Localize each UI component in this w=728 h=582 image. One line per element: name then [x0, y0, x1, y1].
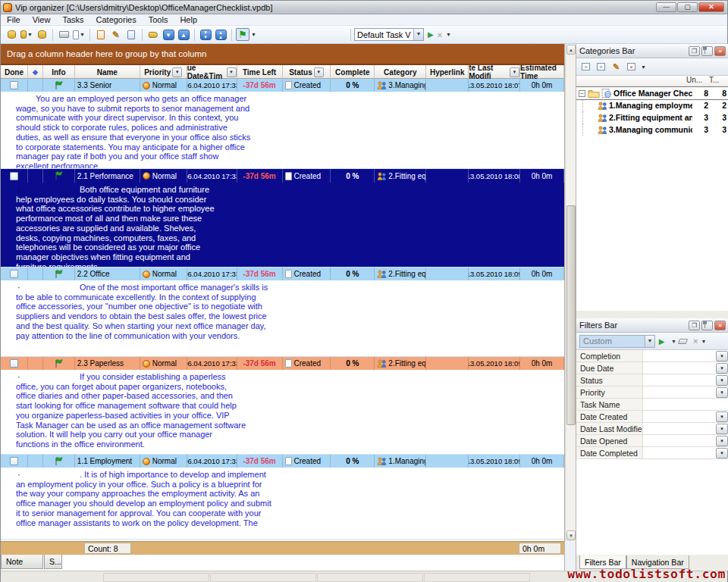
done-checkbox[interactable]: [10, 81, 18, 89]
filter-value[interactable]: [643, 350, 715, 361]
filter-dropdown[interactable]: ▼: [716, 436, 728, 446]
apply-view-icon[interactable]: ▶: [428, 30, 434, 39]
print-preview-button[interactable]: ▼: [72, 28, 86, 41]
cancel-filter-icon[interactable]: ×: [693, 336, 698, 346]
expand-all-button[interactable]: ▼▼: [199, 28, 212, 41]
chevron-down-icon[interactable]: ▼: [446, 32, 451, 37]
chevron-down-icon[interactable]: ▼: [645, 336, 654, 347]
panel-pin-button[interactable]: [701, 46, 713, 56]
edit-task-button[interactable]: ✎: [109, 28, 123, 41]
task-view-combobox[interactable]: Default Task V ▼: [354, 28, 424, 41]
task-row[interactable]: 2.3 PaperlessNormal06.04.2010 17:33-37d …: [1, 357, 564, 370]
task-description[interactable]: ·If you consider establishing a paperles…: [1, 370, 564, 455]
filter-value[interactable]: [643, 435, 715, 446]
menu-categories[interactable]: Categories: [90, 15, 143, 24]
column-header-name[interactable]: Name: [75, 65, 140, 79]
column-header-te-last-modifi[interactable]: te Last Modifi▼: [469, 65, 520, 79]
tree-col-total[interactable]: T...: [709, 76, 728, 86]
save-database-button[interactable]: [35, 28, 49, 41]
delete-category-button[interactable]: ×: [625, 61, 638, 73]
tree-collapse-icon[interactable]: −: [579, 90, 585, 97]
new-subcategory-button[interactable]: +: [595, 61, 607, 73]
edit-category-button[interactable]: ✎: [610, 61, 623, 73]
new-category-button[interactable]: +: [579, 61, 592, 73]
flag-filter-button[interactable]: ⚑: [236, 28, 249, 41]
column-header-info[interactable]: Info: [43, 65, 75, 79]
task-description[interactable]: ·. It is of high importance to develop a…: [1, 468, 564, 540]
filter-dropdown[interactable]: ▼: [716, 411, 728, 422]
scroll-down-arrow-icon[interactable]: ▼: [566, 530, 576, 540]
tab-s[interactable]: S...: [44, 555, 62, 569]
menu-file[interactable]: File: [1, 15, 27, 24]
tree-item[interactable]: 2.Fitting equipment and fu33: [576, 111, 728, 124]
column-filter-dropdown[interactable]: ▼: [172, 67, 182, 77]
filter-value[interactable]: [643, 374, 715, 386]
filter-preset-combobox[interactable]: Custom ▼: [579, 335, 655, 348]
task-row[interactable]: 2.1 PerformanceNormal06.04.2010 17:33-37…: [1, 169, 564, 183]
done-checkbox[interactable]: [10, 359, 18, 368]
panel-close-button[interactable]: ×: [714, 46, 726, 56]
filter-value[interactable]: [643, 447, 715, 458]
filter-value[interactable]: [643, 423, 715, 434]
filter-value[interactable]: [643, 399, 728, 410]
collapse-all-button[interactable]: ▲▲: [214, 28, 228, 41]
group-by-bar[interactable]: Drag a column header here to group by th…: [1, 44, 564, 65]
title-bar[interactable]: Vip organizer [C:\Users\dmitry\Desktop\O…: [1, 1, 727, 14]
task-row[interactable]: 3.3 SeniorNormal06.04.2010 17:33-37d 56m…: [1, 79, 564, 92]
chevron-down-icon[interactable]: ▼: [251, 32, 256, 37]
filter-dropdown[interactable]: ▼: [716, 375, 728, 386]
menu-tools[interactable]: Tools: [143, 15, 174, 24]
column-header-done[interactable]: Done: [1, 65, 28, 79]
filter-dropdown[interactable]: ▼: [716, 363, 728, 374]
move-up-button[interactable]: ▲: [177, 28, 190, 41]
chevron-down-icon[interactable]: ▼: [701, 339, 706, 344]
done-checkbox[interactable]: [10, 270, 18, 278]
chevron-down-icon[interactable]: ▼: [641, 64, 646, 70]
panel-restore-button[interactable]: ❐: [689, 321, 700, 330]
panel-pin-button[interactable]: [701, 321, 713, 330]
delete-task-button[interactable]: [124, 28, 138, 41]
find-button[interactable]: [146, 28, 160, 41]
menu-view[interactable]: View: [27, 15, 57, 24]
column-filter-dropdown[interactable]: ▼: [314, 67, 324, 77]
menu-tasks[interactable]: Tasks: [56, 15, 89, 24]
filter-value[interactable]: [643, 386, 715, 398]
column-header-status[interactable]: Status▼: [283, 65, 331, 79]
task-description[interactable]: ·Both office equipment and furniture hel…: [1, 183, 564, 268]
chevron-down-icon[interactable]: ▼: [671, 339, 676, 344]
done-checkbox[interactable]: [10, 457, 18, 465]
grid-vertical-scrollbar[interactable]: ▲ ▼: [565, 44, 576, 541]
filter-dropdown[interactable]: ▼: [716, 387, 728, 398]
filter-value[interactable]: [643, 362, 715, 374]
clear-filter-button[interactable]: [676, 335, 689, 347]
filter-value[interactable]: [643, 411, 715, 422]
task-description[interactable]: ·One of the most important office manage…: [1, 280, 564, 357]
tree-item[interactable]: 3.Managing communicatio33: [576, 124, 728, 136]
filter-dropdown[interactable]: ▼: [716, 448, 728, 458]
close-button[interactable]: ✕: [698, 2, 724, 12]
task-description[interactable]: You are an employed person who gets an o…: [1, 92, 564, 169]
column-filter-dropdown[interactable]: ▼: [510, 67, 519, 77]
column-header-time-left[interactable]: Time Left: [237, 65, 283, 79]
column-header-hyperlink[interactable]: Hyperlink: [426, 65, 469, 79]
new-task-button[interactable]: [94, 28, 108, 41]
column-header-attachment[interactable]: ◆: [28, 65, 43, 79]
done-checkbox[interactable]: [10, 172, 18, 180]
column-header-category[interactable]: Category: [375, 65, 426, 79]
move-down-button[interactable]: ▼: [162, 28, 175, 41]
panel-restore-button[interactable]: ❐: [689, 46, 700, 56]
column-header-estimated-time[interactable]: Estimated Time: [520, 65, 564, 79]
scrollbar-thumb[interactable]: [566, 205, 576, 425]
task-row[interactable]: 2.2 OfficeNormal06.04.2010 17:33-37d 56m…: [1, 268, 564, 280]
filter-dropdown[interactable]: ▼: [716, 351, 728, 361]
print-button[interactable]: [57, 28, 71, 41]
task-row[interactable]: 1.1 EmploymentNormal06.04.2010 17:33-37d…: [1, 455, 564, 468]
scroll-up-arrow-icon[interactable]: ▲: [566, 45, 576, 55]
chevron-down-icon[interactable]: ▼: [413, 29, 423, 40]
tab-note[interactable]: Note: [1, 555, 43, 569]
menu-help[interactable]: Help: [174, 15, 203, 24]
maximize-button[interactable]: ▢: [677, 2, 698, 12]
tree-item[interactable]: 1.Managing employment a22: [576, 99, 728, 111]
minimize-button[interactable]: —: [656, 2, 676, 12]
column-filter-dropdown[interactable]: ▼: [227, 67, 237, 77]
